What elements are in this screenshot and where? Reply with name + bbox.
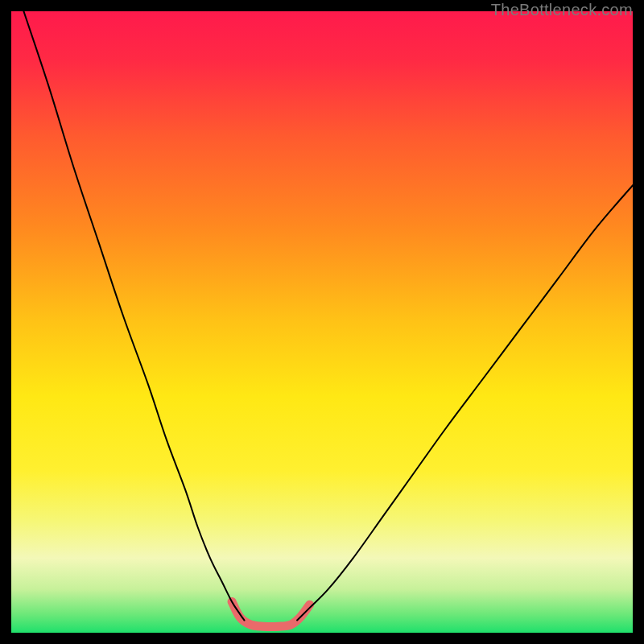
plot-area <box>11 11 633 633</box>
gradient-v-chart <box>11 11 633 633</box>
watermark-text: TheBottleneck.com <box>491 1 633 19</box>
chart-frame: TheBottleneck.com <box>0 0 644 644</box>
gradient-background <box>11 11 633 633</box>
